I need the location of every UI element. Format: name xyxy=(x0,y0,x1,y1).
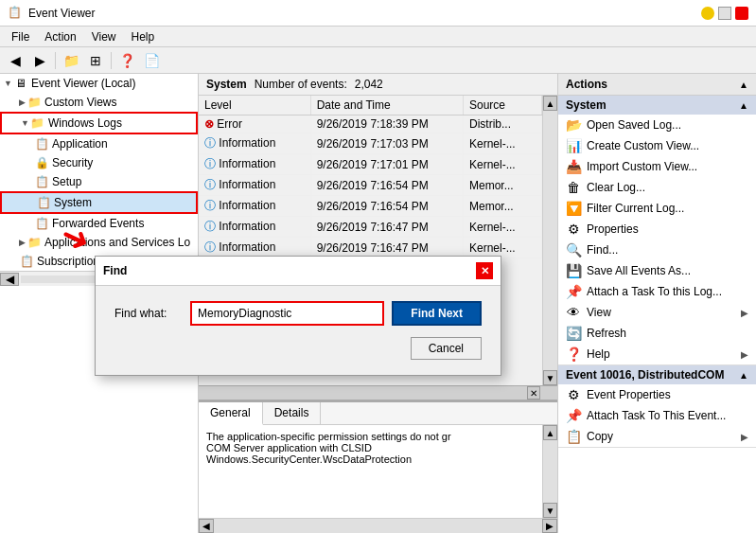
action-save-events[interactable]: 💾 Save All Events As... xyxy=(558,260,756,281)
help-arrow-icon: ▶ xyxy=(741,349,748,360)
level-cell: ⓘ Information xyxy=(199,217,310,238)
detail-content-area: The application-specific permission sett… xyxy=(199,425,557,518)
toolbar-sep1 xyxy=(55,52,56,69)
detail-scroll-down[interactable]: ▼ xyxy=(543,503,557,518)
action-find[interactable]: 🔍 Find... xyxy=(558,240,756,260)
section-title-system: System ▲ xyxy=(558,96,756,115)
actions-header: Actions ▲ xyxy=(558,74,756,96)
help-btn[interactable]: ❓ xyxy=(115,50,138,71)
copy-arrow-icon: ▶ xyxy=(741,432,748,442)
tree-label-local: Event Viewer (Local) xyxy=(31,77,136,90)
doc-btn[interactable]: 📄 xyxy=(140,50,163,71)
action-refresh[interactable]: 🔄 Refresh xyxy=(558,323,756,344)
maximize-btn[interactable] xyxy=(718,7,731,20)
detail-panel: General Details The application-specific… xyxy=(199,400,557,533)
minimize-btn[interactable] xyxy=(701,7,714,20)
menu-view[interactable]: View xyxy=(84,28,124,45)
find-what-input[interactable] xyxy=(190,301,384,326)
scroll-left-btn[interactable]: ◀ xyxy=(0,273,19,286)
find-what-row: Find what: Find Next xyxy=(114,301,482,326)
action-copy[interactable]: 📋 Copy ▶ xyxy=(558,426,756,447)
tree-item-custom[interactable]: ▶ 📁 Custom Views xyxy=(0,93,198,112)
info-icon: ⓘ xyxy=(204,178,219,191)
table-row[interactable]: ⓘ Information 9/26/2019 7:17:03 PM Kerne… xyxy=(199,133,542,154)
table-row[interactable]: ⓘ Information 9/26/2019 7:16:54 PM Memor… xyxy=(199,175,542,196)
tab-details[interactable]: Details xyxy=(263,402,322,424)
grid-btn[interactable]: ⊞ xyxy=(84,50,107,71)
close-detail-btn[interactable]: ✕ xyxy=(527,386,540,400)
forward-btn[interactable]: ▶ xyxy=(28,50,51,71)
menu-help[interactable]: Help xyxy=(124,28,163,45)
tree-label-setup: Setup xyxy=(52,175,81,188)
tree-item-appservices[interactable]: ▶ 📁 Applications and Services Lo xyxy=(0,233,198,252)
table-row[interactable]: ⊗ Error 9/26/2019 7:18:39 PM Distrib... xyxy=(199,115,542,133)
scroll-up-btn[interactable]: ▲ xyxy=(543,96,557,111)
filter-icon: 🔽 xyxy=(566,201,581,216)
tab-general[interactable]: General xyxy=(199,402,263,425)
action-event-props[interactable]: ⚙ Event Properties xyxy=(558,384,756,405)
table-row[interactable]: ⓘ Information 9/26/2019 7:16:47 PM Kerne… xyxy=(199,217,542,238)
cancel-button[interactable]: Cancel xyxy=(411,337,482,360)
app-title: Event Viewer xyxy=(28,7,95,20)
expand-local: ▼ xyxy=(4,79,12,88)
datetime-cell: 9/26/2019 7:17:01 PM xyxy=(310,154,463,175)
tree-label-system: System xyxy=(54,196,92,209)
detail-scrollbar[interactable]: ▲ ▼ xyxy=(542,425,557,518)
table-row[interactable]: ⓘ Information 9/26/2019 7:16:54 PM Memor… xyxy=(199,196,542,217)
menu-file[interactable]: File xyxy=(4,28,37,45)
tree-item-security[interactable]: 🔒 Security xyxy=(0,153,198,172)
menu-action[interactable]: Action xyxy=(37,28,83,45)
action-help[interactable]: ❓ Help ▶ xyxy=(558,344,756,364)
find-dialog: Find ✕ Find what: Find Next Cancel xyxy=(95,256,501,376)
level-cell: ⊗ Error xyxy=(199,115,310,133)
action-attach-task-log[interactable]: 📌 Attach a Task To this Log... xyxy=(558,281,756,302)
tree-item-setup[interactable]: 📋 Setup xyxy=(0,172,198,191)
detail-scroll-right[interactable]: ▶ xyxy=(542,519,557,533)
level-cell: ⓘ Information xyxy=(199,154,310,175)
find-next-button[interactable]: Find Next xyxy=(392,301,482,326)
dialog-close-btn[interactable]: ✕ xyxy=(476,262,493,279)
action-import-custom-view[interactable]: 📥 Import Custom View... xyxy=(558,156,756,177)
detail-hscrollbar[interactable]: ◀ ▶ xyxy=(199,518,557,533)
find-what-label: Find what: xyxy=(114,307,190,320)
section-collapse-system[interactable]: ▲ xyxy=(739,100,748,111)
action-open-saved-log[interactable]: 📂 Open Saved Log... xyxy=(558,115,756,135)
action-create-custom-view[interactable]: 📊 Create Custom View... xyxy=(558,135,756,156)
table-row[interactable]: ⓘ Information 9/26/2019 7:17:01 PM Kerne… xyxy=(199,154,542,175)
info-icon: ⓘ xyxy=(204,157,219,170)
scroll-down-btn[interactable]: ▼ xyxy=(543,370,557,385)
detail-scroll-left[interactable]: ◀ xyxy=(199,519,214,533)
center-header: System Number of events: 2,042 xyxy=(199,74,557,96)
attach-task-log-icon: 📌 xyxy=(566,284,581,299)
table-scrollbar[interactable]: ▲ ▼ xyxy=(542,96,557,385)
actions-collapse[interactable]: ▲ xyxy=(739,80,748,90)
tree-item-local[interactable]: ▼ 🖥 Event Viewer (Local) xyxy=(0,74,198,93)
action-view[interactable]: 👁 View ▶ xyxy=(558,302,756,323)
folder-btn[interactable]: 📁 xyxy=(60,50,82,71)
folder-icon: 📁 xyxy=(26,95,42,110)
action-attach-task-event[interactable]: 📌 Attach Task To This Event... xyxy=(558,405,756,426)
tree-item-winlogs[interactable]: ▼ 📁 Windows Logs xyxy=(0,112,198,134)
close-btn[interactable] xyxy=(735,7,748,20)
action-clear-log[interactable]: 🗑 Clear Log... xyxy=(558,177,756,198)
center-panel-title: System xyxy=(206,78,247,91)
action-properties[interactable]: ⚙ Properties xyxy=(558,219,756,240)
event-table: Level Date and Time Source ⊗ Error 9/26/… xyxy=(199,96,542,258)
action-filter-log[interactable]: 🔽 Filter Current Log... xyxy=(558,198,756,219)
detail-scroll-up[interactable]: ▲ xyxy=(543,425,557,440)
right-panel: Actions ▲ System ▲ 📂 Open Saved Log... 📊… xyxy=(557,74,756,533)
event-props-icon: ⚙ xyxy=(566,387,581,402)
tree-item-forwarded[interactable]: 📋 Forwarded Events xyxy=(0,214,198,233)
tree-item-system[interactable]: 📋 System xyxy=(0,191,198,214)
tree-item-application[interactable]: 📋 Application xyxy=(0,134,198,153)
back-btn[interactable]: ◀ xyxy=(4,50,26,71)
source-cell: Kernel-... xyxy=(464,217,542,238)
app-icon: 📋 xyxy=(8,6,23,21)
actions-section-event: Event 10016, DistributedCOM ▲ ⚙ Event Pr… xyxy=(558,365,756,448)
expand-appservices: ▶ xyxy=(19,238,26,247)
section-collapse-event[interactable]: ▲ xyxy=(739,370,748,381)
detail-text: The application-specific permission sett… xyxy=(199,425,542,518)
toolbar: ◀ ▶ 📁 ⊞ ❓ 📄 xyxy=(0,47,756,74)
level-cell: ⓘ Information xyxy=(199,175,310,196)
detail-tabs: General Details xyxy=(199,402,557,425)
